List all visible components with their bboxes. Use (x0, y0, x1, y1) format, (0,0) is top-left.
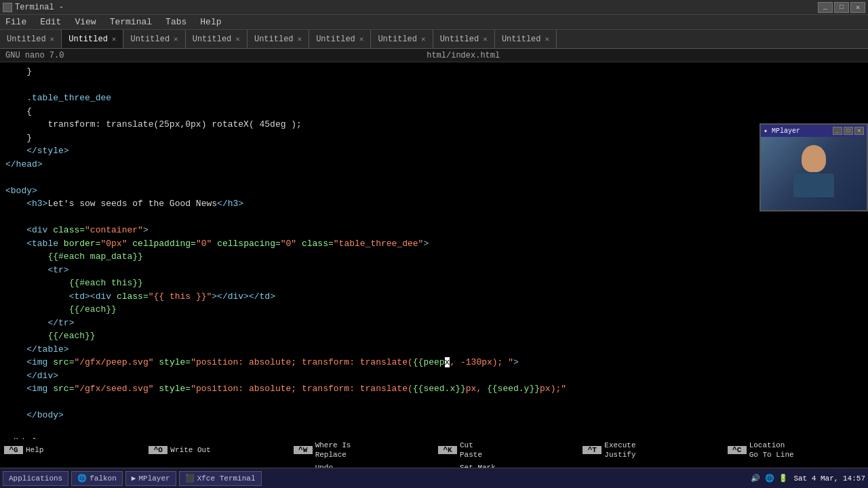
taskbar-terminal-icon: ⬛ (185, 474, 195, 483)
tab-5-close[interactable]: ✕ (298, 35, 302, 43)
tab-2[interactable]: Untitled ✕ (62, 30, 123, 48)
title-bar-title: Terminal - (15, 3, 64, 12)
menu-edit[interactable]: Edit (37, 17, 64, 27)
shortcut-label-cut: CutPaste (460, 441, 482, 460)
tabs-bar: Untitled ✕ Untitled ✕ Untitled ✕ Untitle… (0, 30, 868, 49)
code-line-19: {{/each}} (5, 303, 863, 317)
taskbar-clock: Sat 4 Mar, 14:57 (793, 474, 865, 483)
shortcut-whereis: ^W Where IsReplace (290, 439, 434, 462)
menu-view[interactable]: View (72, 17, 98, 27)
tab-6[interactable]: Untitled ✕ (309, 30, 371, 48)
code-line-13: <div class="container"> (5, 224, 863, 237)
tab-2-close[interactable]: ✕ (112, 35, 117, 43)
code-line-12 (5, 211, 863, 224)
code-line-4: { (5, 105, 863, 119)
mplayer-controls[interactable]: _ □ ✕ (833, 127, 864, 135)
nano-filename: html/index.html (427, 51, 500, 60)
mplayer-max[interactable]: □ (844, 127, 853, 135)
taskbar-applications-label: Applications (9, 474, 62, 483)
mplayer-min[interactable]: _ (833, 127, 842, 135)
code-line-8: </head> (5, 158, 863, 171)
tab-6-close[interactable]: ✕ (359, 35, 364, 43)
tab-3[interactable]: Untitled ✕ (123, 30, 185, 48)
tab-8[interactable]: Untitled ✕ (433, 30, 495, 48)
tab-8-label: Untitled (440, 35, 479, 44)
taskbar-applications[interactable]: Applications (3, 471, 68, 486)
shortcut-writeout: ^O Write Out (144, 439, 289, 462)
taskbar-mplayer-label: MPlayer (138, 474, 170, 483)
tab-1[interactable]: Untitled ✕ (0, 30, 62, 48)
shortcut-label-whereis: Where IsReplace (315, 441, 351, 460)
close-button[interactable]: ✕ (850, 2, 865, 13)
shortcut-key-execute: ^T (583, 446, 601, 454)
video-person (787, 145, 841, 203)
tab-4[interactable]: Untitled ✕ (186, 30, 248, 48)
tab-8-close[interactable]: ✕ (483, 35, 488, 43)
code-line-25: <img src="/gfx/seed.svg" style="position… (5, 382, 863, 396)
code-line-11: <h3>Let's sow seeds of the Good News</h3… (5, 197, 863, 211)
shortcut-label-help: Help (26, 445, 43, 455)
tab-9-close[interactable]: ✕ (545, 35, 549, 43)
menu-tabs[interactable]: Tabs (163, 17, 189, 27)
code-line-2 (5, 79, 863, 92)
title-bar-left: Terminal - (3, 3, 64, 12)
shortcut-key-writeout: ^O (149, 446, 167, 454)
code-line-3: .table_three_dee (5, 92, 863, 105)
nano-header: GNU nano 7.0 html/index.html (0, 49, 868, 62)
code-line-15: {{#each map_data}} (5, 250, 863, 264)
tab-1-label: Untitled (7, 35, 46, 44)
tab-9[interactable]: Untitled ✕ (495, 30, 557, 48)
editor-area[interactable]: ✦ MPlayer _ □ ✕ } .table_three_dee { tra… (0, 62, 868, 439)
code-line-24: </div> (5, 369, 863, 383)
taskbar-terminal-label: Xfce Terminal (197, 474, 256, 483)
taskbar-mplayer-icon: ▶ (132, 474, 136, 483)
menu-help[interactable]: Help (197, 17, 224, 27)
menu-file[interactable]: File (3, 17, 29, 27)
tab-4-close[interactable]: ✕ (235, 35, 240, 43)
tab-3-label: Untitled (130, 35, 170, 44)
taskbar-falkon[interactable]: 🌐 falkon (71, 471, 123, 486)
code-line-16: <tr> (5, 264, 863, 277)
code-line-5: transform: translate(25px,0px) rotateX( … (5, 118, 863, 131)
taskbar-falkon-label: falkon (90, 474, 117, 483)
shortcut-label-execute: ExecuteJustify (604, 441, 635, 460)
tab-6-label: Untitled (316, 35, 355, 44)
code-line-27: </body> (5, 409, 863, 422)
tab-7-close[interactable]: ✕ (421, 35, 426, 43)
window-icon (3, 3, 12, 12)
tab-5[interactable]: Untitled ✕ (248, 30, 309, 48)
code-line-26 (5, 396, 863, 409)
tab-3-close[interactable]: ✕ (174, 35, 178, 43)
shortcut-label-writeout: Write Out (170, 445, 210, 455)
tab-1-close[interactable]: ✕ (50, 35, 55, 43)
taskbar-mplayer[interactable]: ▶ MPlayer (125, 471, 176, 486)
shortcut-location: ^C LocationGo To Line (724, 439, 868, 462)
tab-5-label: Untitled (254, 35, 294, 44)
code-line-28 (5, 422, 863, 436)
tab-9-label: Untitled (502, 35, 541, 44)
shortcut-key-whereis: ^W (294, 446, 313, 454)
code-line-14: <table border="0px" cellpadding="0" cell… (5, 237, 863, 251)
title-bar-controls[interactable]: _ □ ✕ (818, 2, 865, 13)
maximize-button[interactable]: □ (834, 2, 849, 13)
taskbar-right: 🔊 🌐 🔋 Sat 4 Mar, 14:57 (751, 474, 865, 483)
shortcut-label-location: LocationGo To Line (749, 441, 794, 460)
menu-terminal[interactable]: Terminal (107, 17, 155, 27)
taskbar-terminal[interactable]: ⬛ Xfce Terminal (179, 471, 262, 486)
code-line-29: </html> (5, 435, 863, 439)
code-line-20: </tr> (5, 317, 863, 330)
title-bar: Terminal - _ □ ✕ (0, 0, 868, 15)
shortcut-cut: ^K CutPaste (434, 439, 578, 462)
mplayer-window[interactable]: ✦ MPlayer _ □ ✕ (760, 123, 868, 211)
minimize-button[interactable]: _ (818, 2, 833, 13)
code-line-21: {{/each}} (5, 329, 863, 343)
mplayer-titlebar: ✦ MPlayer _ □ ✕ (761, 125, 867, 137)
shortcut-bar: ^G Help ^O Write Out ^W Where IsReplace … (0, 439, 868, 468)
code-line-17: {{#each this}} (5, 277, 863, 290)
mplayer-close[interactable]: ✕ (854, 127, 864, 135)
tab-2-label: Untitled (68, 35, 108, 44)
code-line-10: <body> (5, 184, 863, 198)
code-line-9 (5, 171, 863, 184)
code-line-18: <td><div class="{{ this }}"></div></td> (5, 290, 863, 304)
tab-7[interactable]: Untitled ✕ (371, 30, 433, 48)
